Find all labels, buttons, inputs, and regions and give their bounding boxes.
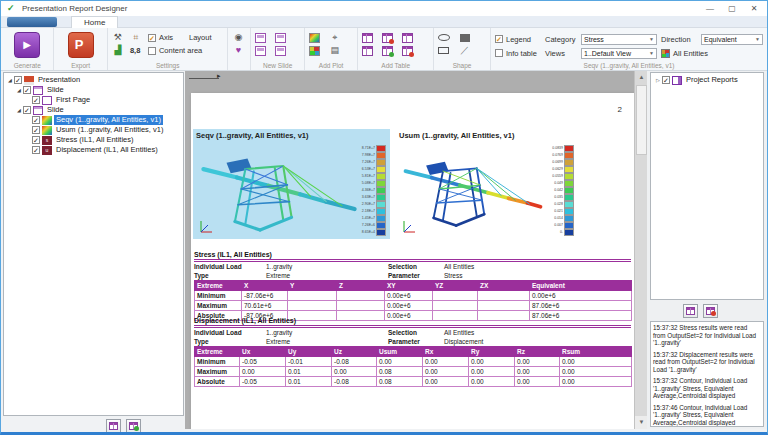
- close-button[interactable]: ✕: [743, 1, 765, 16]
- margins-icon[interactable]: ⌗: [130, 32, 142, 43]
- rect-shape-icon[interactable]: [438, 47, 449, 54]
- zoom-slider[interactable]: [189, 75, 229, 81]
- meta-cell: Individual Load: [194, 329, 266, 336]
- info-table-checkbox[interactable]: Info table: [495, 49, 545, 58]
- colorbar-label: 7.26E+7: [358, 159, 376, 166]
- duplicate-slide-icon[interactable]: [255, 46, 266, 56]
- colorbar-label: 4.36E+7: [358, 187, 376, 194]
- tree-item-checkbox[interactable]: ✓: [32, 136, 40, 144]
- group-label: Export: [54, 62, 106, 69]
- table-cell: 0.00e+6: [385, 301, 433, 311]
- eye-icon[interactable]: ◉: [232, 32, 244, 43]
- message-log[interactable]: 15:37:32 Stress results were read from O…: [650, 321, 764, 427]
- save-report-button[interactable]: [703, 304, 718, 318]
- tools-icon[interactable]: ⚒: [112, 32, 124, 43]
- tree-item-usum-plot[interactable]: ✓Usum (1..gravity, All Entities, v1): [4, 125, 183, 135]
- tree-item-checkbox[interactable]: ✓: [32, 126, 40, 134]
- add-summary-table-icon[interactable]: [402, 33, 413, 43]
- minimize-button[interactable]: —: [699, 1, 721, 16]
- tree-item-presentation[interactable]: ◢✓Presentation: [4, 75, 183, 85]
- checked-box-icon: ✓: [495, 35, 503, 43]
- contour-plot-icon[interactable]: [309, 33, 320, 43]
- seqv-contour-plot[interactable]: Seqv (1..gravity, All Entities, v1): [193, 129, 390, 239]
- table-cell: -87.06e+6: [242, 291, 288, 301]
- usum-contour-plot[interactable]: Usum (1..gravity, All Entities, v1): [396, 129, 582, 239]
- add-slide-button[interactable]: [106, 419, 121, 433]
- tree-item-project-reports[interactable]: ▷✓Project Reports: [652, 75, 762, 85]
- add-stress-table-icon[interactable]: [382, 33, 393, 43]
- table-cell: [478, 291, 530, 301]
- slide-from-template-icon[interactable]: [275, 46, 286, 56]
- axis-checkbox[interactable]: ✓Axis: [148, 33, 185, 42]
- column-header: ZX: [478, 281, 530, 291]
- presentation-report-designer-window: ✓ Presentation Report Designer — ▢ ✕ ▾ H…: [0, 0, 768, 435]
- table-cell: 0.00: [469, 377, 515, 387]
- result-icon: s: [42, 136, 52, 145]
- chart-icon[interactable]: ▟: [112, 45, 124, 56]
- freebody-plot-icon[interactable]: ⌖: [329, 32, 341, 43]
- scroll-up-icon[interactable]: ▲: [635, 71, 647, 84]
- tree-item-checkbox[interactable]: ✓: [14, 76, 22, 84]
- tree-item-checkbox[interactable]: ✓: [662, 76, 670, 84]
- slide-page[interactable]: 2 Seqv (1..gravity, All Entities, v1): [191, 93, 634, 429]
- tree-item-first-page[interactable]: ✓First Page: [4, 95, 183, 105]
- tree-item-checkbox[interactable]: ✓: [32, 116, 40, 124]
- export-powerpoint-button[interactable]: [68, 32, 94, 58]
- category-dropdown[interactable]: Stress▼: [581, 34, 657, 45]
- meta-cell: Stress: [444, 272, 631, 279]
- generate-button[interactable]: [14, 32, 40, 58]
- line-shape-icon[interactable]: ／: [460, 44, 478, 57]
- tree-item-checkbox[interactable]: ✓: [32, 146, 40, 154]
- add-extreme-table-icon[interactable]: [362, 46, 373, 56]
- tree-item-slide-2[interactable]: ◢✓Slide: [4, 105, 183, 115]
- column-header: YZ: [433, 281, 478, 291]
- ellipse-shape-icon[interactable]: [438, 34, 450, 41]
- scrollbar-thumb[interactable]: [636, 85, 647, 155]
- colorbar-label: 2.90E+7: [358, 201, 376, 208]
- legend-checkbox[interactable]: ✓Legend: [495, 35, 545, 44]
- canvas-scrollbar[interactable]: ▲ ▼: [634, 71, 647, 429]
- tree-item-stress-table[interactable]: ✓sStress (IL1, All Entities): [4, 135, 183, 145]
- colorbar-level: 5.81E+7: [358, 173, 386, 180]
- content-area-checkbox[interactable]: Content area: [148, 46, 224, 55]
- colorbar-level: 2.18E+7: [358, 208, 386, 215]
- saved-view-icon[interactable]: ▤: [329, 45, 341, 56]
- tree-item-displacement-table[interactable]: ✓uDisplacement (IL1, All Entities): [4, 145, 183, 155]
- all-entities-button[interactable]: All Entities: [657, 49, 763, 58]
- app-menu-button[interactable]: ▾: [7, 17, 57, 27]
- scroll-down-icon[interactable]: ▼: [635, 416, 647, 429]
- layout-button[interactable]: Layout: [189, 33, 223, 42]
- tab-home[interactable]: Home: [71, 16, 118, 28]
- tree-item-checkbox[interactable]: ✓: [23, 106, 31, 114]
- table-cell: 0.08: [377, 367, 423, 377]
- tree-expander-icon[interactable]: ▷: [654, 75, 662, 85]
- add-table-icon[interactable]: [362, 33, 373, 43]
- scale-button[interactable]: 8,8: [130, 46, 144, 55]
- add-item-button[interactable]: [126, 419, 141, 433]
- table-cell: 0.00: [423, 377, 469, 387]
- colorbar-label: 5.81E+7: [358, 173, 376, 180]
- heart-icon[interactable]: ♥: [232, 45, 244, 56]
- load-report-button[interactable]: [683, 304, 698, 318]
- filled-rect-shape-icon[interactable]: [460, 34, 470, 42]
- tree-item-checkbox[interactable]: ✓: [32, 96, 40, 104]
- new-slide-layout-icon[interactable]: [275, 33, 286, 43]
- tree-item-slide-1[interactable]: ◢✓Slide: [4, 85, 183, 95]
- tree-item-seqv-plot[interactable]: ✓Seqv (1..gravity, All Entities, v1): [4, 115, 183, 125]
- tree-expander-icon[interactable]: ◢: [15, 105, 23, 115]
- tree-item-checkbox[interactable]: ✓: [23, 86, 31, 94]
- maximize-button[interactable]: ▢: [721, 1, 743, 16]
- tree-expander-icon[interactable]: ◢: [6, 75, 14, 85]
- add-custom-table-icon[interactable]: [382, 46, 393, 56]
- add-result-table-icon[interactable]: [402, 46, 413, 56]
- new-slide-icon[interactable]: [255, 33, 266, 43]
- slide-canvas[interactable]: 2 Seqv (1..gravity, All Entities, v1): [185, 71, 647, 429]
- meta-cell: Extreme: [266, 338, 388, 345]
- colorbar-level: 0.035: [546, 194, 574, 201]
- tree-expander-icon[interactable]: ◢: [15, 85, 23, 95]
- views-dropdown[interactable]: 1..Default View▼: [581, 48, 657, 59]
- colorbar-label: 7.26E+6: [358, 222, 376, 229]
- direction-dropdown[interactable]: Equivalent▼: [701, 34, 763, 45]
- table-cell: -0.05: [240, 377, 286, 387]
- multi-plot-icon[interactable]: [309, 46, 320, 56]
